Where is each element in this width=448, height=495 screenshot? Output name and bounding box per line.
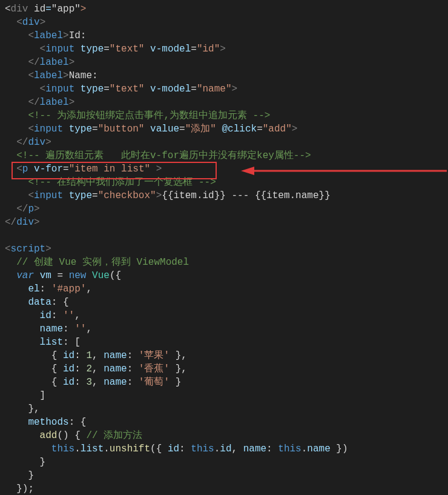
code-line: <!-- 为添加按钮绑定点击事件,为数组中追加元素 --> <box>5 109 448 122</box>
code-line: this.list.unshift({ id: this.id, name: t… <box>5 442 448 456</box>
code-line: <label>Id: <box>5 29 448 42</box>
code-line: var vm = new Vue({ <box>5 269 448 282</box>
code-line: <input type="text" v-model="id"> <box>5 42 448 56</box>
code-line: methods: { <box>5 416 448 429</box>
code-line: }); <box>5 482 448 495</box>
code-line: </label> <box>5 96 448 109</box>
code-block: <div id="app"> <div> <label>Id: <input t… <box>5 2 448 495</box>
code-line: name: '', <box>5 322 448 336</box>
code-line: <div> <box>5 16 448 29</box>
code-line: </p> <box>5 202 448 216</box>
code-line: }, <box>5 402 448 416</box>
code-line: { id: 2, name: '香蕉' }, <box>5 362 448 376</box>
code-line: list: [ <box>5 336 448 349</box>
code-line: <!-- 遍历数组元素 此时在v-for遍历中并没有绑定key属性--> <box>5 149 448 162</box>
code-line: </label> <box>5 56 448 69</box>
code-line: <label>Name: <box>5 69 448 82</box>
code-line: </div> <box>5 136 448 149</box>
code-line: <p v-for="item in list" > <box>5 162 448 176</box>
code-line: el: '#app', <box>5 282 448 296</box>
code-line: id: '', <box>5 309 448 322</box>
code-line: ] <box>5 389 448 402</box>
code-line: } <box>5 456 448 469</box>
code-line <box>5 229 448 242</box>
code-line: <input type="button" value="添加" @click="… <box>5 122 448 136</box>
code-line: } <box>5 469 448 482</box>
code-line: <!-- 在结构中我们添加了一个复选框 --> <box>5 176 448 189</box>
code-line: data: { <box>5 296 448 309</box>
code-line: <input type="checkbox">{{item.id}} --- {… <box>5 189 448 202</box>
code-line: { id: 1, name: '苹果' }, <box>5 349 448 362</box>
code-line: add() { // 添加方法 <box>5 429 448 442</box>
code-line: <div id="app"> <box>5 2 448 16</box>
code-line: { id: 3, name: '葡萄' } <box>5 376 448 389</box>
code-line: <input type="text" v-model="name"> <box>5 82 448 96</box>
code-line: </div> <box>5 216 448 229</box>
code-line: // 创建 Vue 实例，得到 ViewModel <box>5 256 448 269</box>
code-line: <script> <box>5 242 448 256</box>
